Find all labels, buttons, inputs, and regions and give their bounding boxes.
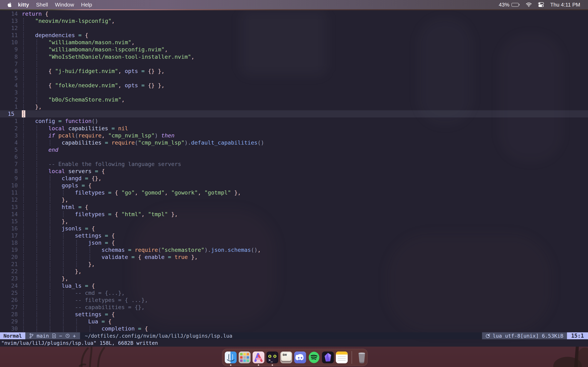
git-branch-label: main	[36, 333, 49, 339]
code-line[interactable]: 29┊ ┊ ┊ ┊ ┊ Lua = {	[0, 318, 588, 325]
code-line[interactable]: 8┊ ┊ "WhoIsSethDaniel/mason-tool-install…	[0, 53, 588, 60]
line-number: 10	[0, 39, 22, 46]
kitty-prompt-glyph: >_	[268, 358, 273, 362]
menu-item-window[interactable]: Window	[55, 2, 74, 8]
command-message-line: "nvim/lua/lilJ/plugins/lsp.lua" 158L, 66…	[0, 339, 588, 347]
code-line[interactable]: 28┊ ┊ ┊ ┊ settings = {	[0, 311, 588, 318]
code-line[interactable]: 17┊ ┊ ┊ ┊ settings = {	[0, 232, 588, 239]
dock-icon-launchpad[interactable]	[239, 351, 251, 363]
code-line[interactable]: 5┊ ┊	[0, 75, 588, 82]
line-number: 23	[0, 275, 22, 282]
code-text: ┊ ┊ end	[22, 146, 588, 153]
dock-icon-finder[interactable]	[225, 351, 237, 363]
control-center-icon[interactable]	[538, 2, 544, 7]
code-line[interactable]: 12┊ ┊ ┊ },	[0, 196, 588, 203]
code-line[interactable]: 22┊ ┊ ┊ ┊ },	[0, 268, 588, 275]
code-line[interactable]: 23┊ ┊ ┊ },	[0, 275, 588, 282]
code-line[interactable]: 3┊ ┊	[0, 89, 588, 96]
dock-icon-keycap-app[interactable]: $W	[280, 351, 292, 363]
code-line[interactable]: 3┊ ┊ if pcall(require, "cmp_nvim_lsp") t…	[0, 132, 588, 139]
dock-icon-arc-browser[interactable]	[252, 351, 264, 363]
menubar-items: kittyShellWindowHelp	[18, 2, 99, 8]
code-line[interactable]: 7┊ ┊ -- Enable the following language se…	[0, 160, 588, 167]
code-text: ┊ ┊ ┊ ┊ ┊ Lua = {	[22, 318, 588, 325]
code-line[interactable]: 1┊ config = function()	[0, 117, 588, 125]
code-line[interactable]: 9┊ ┊ ┊ clangd = {},	[0, 175, 588, 182]
dock-icon-spotify[interactable]	[308, 351, 320, 363]
code-text: ┊ ┊ ┊ ┊ },	[22, 268, 588, 275]
code-line[interactable]: 15┊ ┊ ┊ },	[0, 218, 588, 225]
apple-menu-icon[interactable]	[7, 2, 12, 8]
cursor-position-label: 15:1	[567, 332, 588, 339]
menu-item-help[interactable]: Help	[81, 2, 92, 8]
code-text: ┊ ┊ { "folke/neodev.nvim", opts = {} },	[22, 82, 588, 89]
line-number: 1	[0, 117, 22, 125]
code-line[interactable]: 2┊ ┊ local capabilities = nil	[0, 125, 588, 132]
line-number: 9	[0, 46, 22, 53]
line-number: 2	[0, 96, 22, 103]
code-text: ┊ ┊ ┊ html = {	[22, 203, 588, 211]
code-text: ┊ ┊ ┊ ┊ -- filetypes = { ...},	[22, 296, 588, 304]
code-line[interactable]: 20┊ ┊ ┊ ┊ ┊ ┊ validate = { enable = true…	[0, 253, 588, 261]
menu-item-kitty[interactable]: kitty	[18, 2, 29, 8]
wifi-icon[interactable]	[526, 2, 532, 7]
line-number: 7	[0, 160, 22, 167]
code-line[interactable]: 11┊ dependencies = {	[0, 32, 588, 39]
code-text: ┊ dependencies = {	[22, 32, 588, 39]
line-number: 4	[0, 139, 22, 146]
code-line[interactable]: 7┊ ┊	[0, 60, 588, 67]
dock-icon-discord[interactable]	[294, 351, 306, 363]
code-area[interactable]: 14return {13┊ "neovim/nvim-lspconfig",12…	[0, 10, 588, 332]
code-line[interactable]: 18┊ ┊ ┊ ┊ ┊ json = {	[0, 239, 588, 246]
dock-icon-notes[interactable]	[336, 351, 348, 363]
code-line[interactable]: 1┊ },	[0, 103, 588, 110]
code-line[interactable]: 21┊ ┊ ┊ ┊ ┊ },	[0, 261, 588, 268]
code-line[interactable]: 15┊	[0, 110, 588, 117]
dock-icon-trash[interactable]	[356, 351, 368, 363]
code-line[interactable]: 26┊ ┊ ┊ ┊ -- filetypes = { ...},	[0, 296, 588, 304]
line-number: 18	[0, 239, 22, 246]
line-number: 1	[0, 103, 22, 110]
code-line[interactable]: 30┊ ┊ ┊ ┊ ┊ ┊ completion = {	[0, 325, 588, 332]
line-number: 12	[0, 25, 22, 32]
code-line[interactable]: 10┊ ┊ "williamboman/mason.nvim",	[0, 39, 588, 46]
code-text: return {	[22, 10, 588, 17]
line-number: 17	[0, 232, 22, 239]
code-line[interactable]: 14return {	[0, 10, 588, 17]
code-line[interactable]: 12┊	[0, 25, 588, 32]
code-line[interactable]: 19┊ ┊ ┊ ┊ ┊ ┊ schemas = require("schemas…	[0, 246, 588, 253]
wallpaper-grass	[76, 347, 121, 367]
battery-status[interactable]: 43%	[499, 2, 520, 8]
code-line[interactable]: 10┊ ┊ ┊ gopls = {	[0, 182, 588, 189]
code-line[interactable]: 16┊ ┊ ┊ jsonls = {	[0, 225, 588, 232]
line-number: 12	[0, 196, 22, 203]
code-text: ┊ ┊	[22, 89, 588, 96]
code-line[interactable]: 2┊ ┊ "b0o/SchemaStore.nvim",	[0, 96, 588, 103]
code-text: ┊ ┊	[22, 60, 588, 67]
code-line[interactable]: 27┊ ┊ ┊ ┊ -- capabilities = {},	[0, 304, 588, 311]
desktop-bottom: >_ $W	[0, 347, 588, 367]
code-text: ┊ config = function()	[22, 117, 588, 125]
dock-icon-obsidian[interactable]	[322, 351, 334, 363]
menu-item-shell[interactable]: Shell	[36, 2, 48, 8]
code-line[interactable]: 24┊ ┊ ┊ lua_ls = {	[0, 282, 588, 289]
code-line[interactable]: 5┊ ┊ end	[0, 146, 588, 153]
code-line[interactable]: 13┊ "neovim/nvim-lspconfig",	[0, 17, 588, 25]
code-line[interactable]: 4┊ ┊ ┊ capabilities = require("cmp_nvim_…	[0, 139, 588, 146]
code-line[interactable]: 25┊ ┊ ┊ ┊ -- cmd = {...},	[0, 289, 588, 296]
code-line[interactable]: 9┊ ┊ "williamboman/mason-lspconfig.nvim"…	[0, 46, 588, 53]
line-number: 10	[0, 182, 22, 189]
code-line[interactable]: 13┊ ┊ ┊ html = {	[0, 203, 588, 211]
dock-icon-kitty-terminal[interactable]: >_	[267, 351, 278, 363]
code-text: ┊ ┊ ┊ lua_ls = {	[22, 282, 588, 289]
code-line[interactable]: 11┊ ┊ ┊ ┊ filetypes = { "go", "gomod", "…	[0, 189, 588, 196]
menubar-clock[interactable]: Thu 4:11 PM	[550, 2, 580, 8]
code-line[interactable]: 8┊ ┊ local servers = {	[0, 167, 588, 175]
code-line[interactable]: 6┊ ┊	[0, 153, 588, 160]
code-line[interactable]: 6┊ ┊ { "j-hui/fidget.nvim", opts = {} },	[0, 67, 588, 75]
code-line[interactable]: 4┊ ┊ { "folke/neodev.nvim", opts = {} },	[0, 82, 588, 89]
file-info-section: lua utf-8[unix] 6.53KiB	[482, 332, 567, 339]
code-line[interactable]: 14┊ ┊ ┊ ┊ filetypes = { "html", "tmpl" }…	[0, 211, 588, 218]
line-number: 15	[0, 110, 22, 117]
code-text: ┊ ┊ ┊ ┊ -- capabilities = {},	[22, 304, 588, 311]
